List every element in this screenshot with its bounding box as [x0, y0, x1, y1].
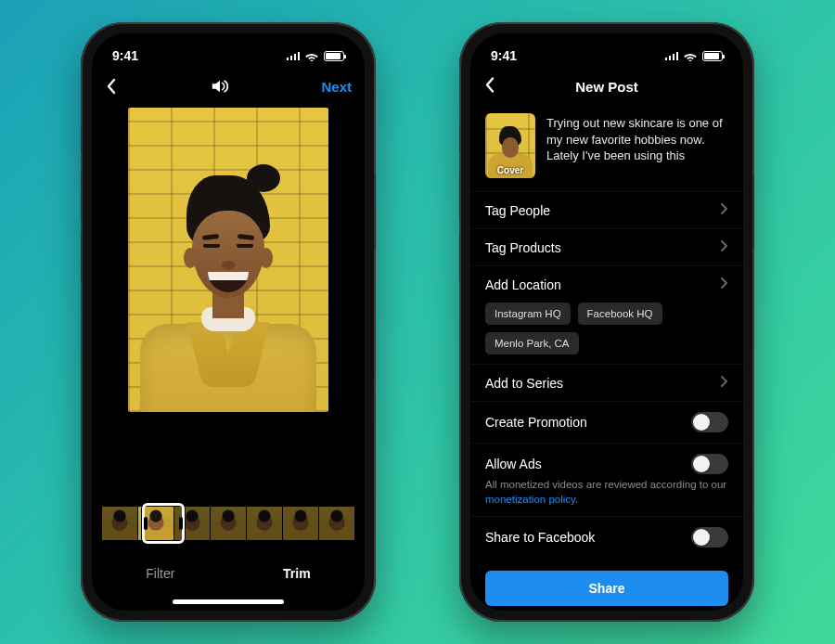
location-chip[interactable]: Menlo Park, CA — [485, 332, 579, 354]
row-tag-people[interactable]: Tag People — [470, 191, 743, 228]
tab-trim[interactable]: Trim — [264, 559, 329, 588]
location-chip[interactable]: Facebook HQ — [578, 303, 662, 325]
status-time: 9:41 — [112, 48, 138, 63]
toggle-create-promotion[interactable] — [691, 412, 728, 432]
caption-input[interactable]: Trying out new skincare is one of my new… — [546, 113, 728, 178]
row-label: Share to Facebook — [485, 530, 595, 545]
toggle-allow-ads[interactable] — [691, 454, 728, 474]
notch — [159, 33, 298, 56]
toggle-share-facebook[interactable] — [691, 527, 728, 547]
row-allow-ads: Allow Ads — [470, 443, 743, 478]
row-tag-products[interactable]: Tag Products — [470, 228, 743, 265]
cover-label: Cover — [485, 165, 535, 175]
share-button[interactable]: Share — [485, 571, 728, 606]
allow-ads-subtext: All monetized videos are reviewed accord… — [470, 478, 743, 516]
location-suggestions: Instagram HQ Facebook HQ Menlo Park, CA — [470, 303, 743, 364]
video-preview[interactable] — [128, 108, 328, 412]
home-indicator[interactable] — [173, 599, 284, 604]
battery-icon — [702, 51, 723, 61]
row-label: Tag Products — [485, 240, 561, 255]
row-label: Create Promotion — [485, 415, 587, 430]
row-add-series[interactable]: Add to Series — [470, 364, 743, 401]
trim-handle-left[interactable] — [144, 517, 148, 530]
row-label: Add to Series — [485, 376, 563, 391]
location-chip[interactable]: Instagram HQ — [485, 303, 571, 325]
chevron-right-icon — [720, 202, 728, 218]
tab-filter[interactable]: Filter — [127, 559, 193, 588]
wifi-icon — [304, 50, 319, 61]
row-share-facebook: Share to Facebook — [470, 516, 743, 558]
notch — [537, 33, 676, 56]
chevron-right-icon — [720, 375, 728, 391]
row-add-location[interactable]: Add Location — [470, 265, 743, 303]
sound-icon[interactable] — [210, 77, 230, 96]
wifi-icon — [683, 50, 698, 61]
next-button[interactable]: Next — [321, 79, 352, 95]
status-time: 9:41 — [491, 48, 517, 63]
row-label: Tag People — [485, 203, 550, 218]
battery-icon — [324, 51, 344, 61]
trim-filmstrip[interactable] — [92, 505, 365, 542]
page-title: New Post — [575, 79, 638, 95]
cover-thumbnail[interactable]: Cover — [485, 113, 535, 178]
row-create-promotion: Create Promotion — [470, 401, 743, 443]
save-draft-link[interactable]: Save as Draft — [470, 606, 743, 611]
chevron-right-icon — [720, 239, 728, 255]
row-label: Add Location — [485, 277, 561, 292]
phone-left: 9:41 Next — [81, 22, 376, 622]
phone-right: 9:41 New Post Cover — [459, 22, 754, 622]
back-button[interactable] — [105, 77, 118, 96]
trim-handle-right[interactable] — [179, 517, 183, 530]
monetization-policy-link[interactable]: monetization policy — [485, 494, 575, 505]
back-button[interactable] — [483, 76, 496, 97]
row-label: Allow Ads — [485, 457, 542, 471]
chevron-right-icon — [720, 277, 728, 292]
